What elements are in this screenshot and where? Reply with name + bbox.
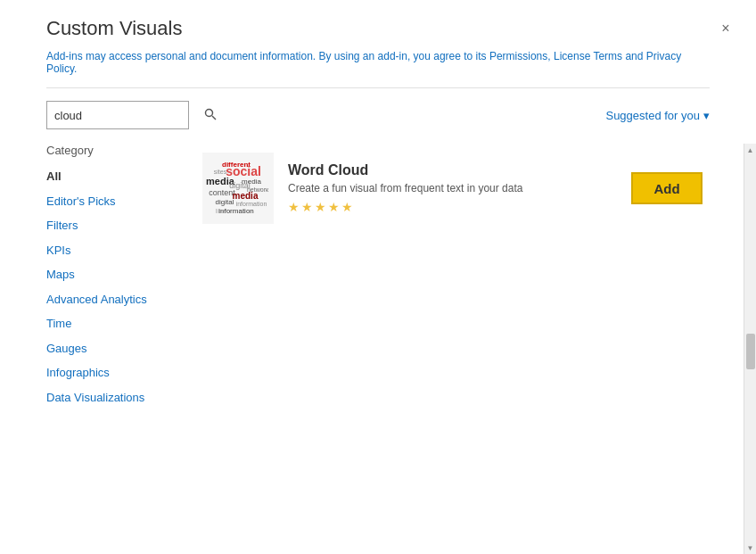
svg-line-1 (212, 116, 216, 120)
sidebar-item-editors-picks[interactable]: Editor's Picks (46, 189, 176, 214)
search-icon (204, 108, 217, 120)
svg-text:media: media (233, 191, 259, 201)
sidebar-item-data-visualizations[interactable]: Data Visualizations (46, 385, 176, 410)
svg-text:digital: digital (216, 198, 234, 206)
title-bar: Custom Visuals × (0, 0, 756, 50)
dialog-title: Custom Visuals (46, 17, 182, 40)
main-content: Category All Editor's Picks Filters KPIs… (0, 144, 756, 554)
scrollbar-middle (746, 156, 755, 542)
scroll-down-arrow[interactable]: ▼ (744, 542, 757, 554)
scrollbar-thumb[interactable] (746, 334, 755, 369)
svg-point-0 (206, 109, 213, 116)
result-rating: ★★★★★ (288, 200, 617, 214)
chevron-down-icon: ▾ (703, 109, 710, 122)
add-button[interactable]: Add (631, 172, 703, 204)
svg-text:information: information (236, 201, 267, 207)
search-row: Suggested for you ▾ (0, 88, 756, 144)
search-input[interactable] (54, 109, 204, 122)
category-label: Category (46, 144, 176, 157)
scroll-up-arrow[interactable]: ▲ (744, 144, 757, 156)
sidebar-item-kpis[interactable]: KPIs (46, 238, 176, 263)
search-box[interactable] (46, 101, 189, 129)
sidebar-item-advanced-analytics[interactable]: Advanced Analytics (46, 287, 176, 312)
close-button[interactable]: × (713, 16, 738, 41)
sidebar-item-maps[interactable]: Maps (46, 262, 176, 287)
results-area: different sites social media media digit… (185, 144, 756, 554)
suggested-dropdown[interactable]: Suggested for you ▾ (605, 109, 710, 122)
result-title: Word Cloud (288, 162, 617, 178)
suggested-label: Suggested for you (605, 109, 700, 122)
sidebar-item-filters[interactable]: Filters (46, 213, 176, 238)
svg-text:like: like (216, 208, 226, 214)
result-card: different sites social media media digit… (193, 144, 756, 233)
sidebar-item-infographics[interactable]: Infographics (46, 360, 176, 385)
word-cloud-image: different sites social media media digit… (202, 153, 274, 224)
search-icon-button[interactable] (204, 108, 217, 123)
sidebar: Category All Editor's Picks Filters KPIs… (46, 144, 185, 554)
sidebar-item-gauges[interactable]: Gauges (46, 336, 176, 361)
custom-visuals-dialog: Custom Visuals × Add-ins may access pers… (0, 0, 756, 554)
scrollbar-track: ▲ ▼ (744, 144, 756, 554)
sidebar-item-all[interactable]: All (46, 164, 176, 189)
sidebar-item-time[interactable]: Time (46, 311, 176, 336)
visual-thumbnail: different sites social media media digit… (202, 153, 274, 224)
info-bar: Add-ins may access personal and document… (0, 50, 756, 87)
info-text: Add-ins may access personal and document… (46, 50, 681, 75)
result-description: Create a fun visual from frequent text i… (288, 182, 617, 194)
result-info: Word Cloud Create a fun visual from freq… (288, 162, 617, 214)
